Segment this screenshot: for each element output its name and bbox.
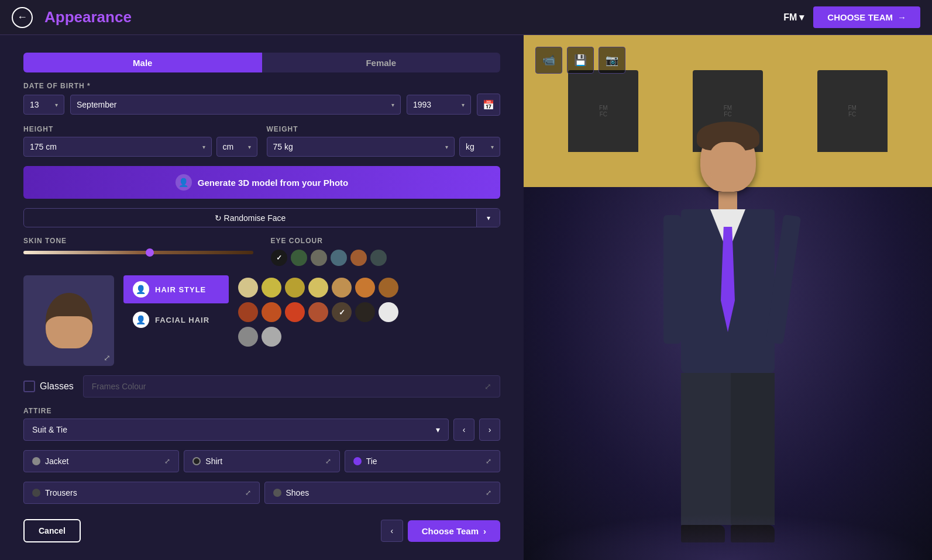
- face-preview: [46, 316, 92, 348]
- gen3d-icon: 👤: [176, 174, 192, 191]
- hair-row1-swatch-4[interactable]: [332, 278, 352, 298]
- hair-row1-swatch-1[interactable]: [262, 278, 281, 298]
- weight-unit-select[interactable]: kg ▾: [459, 137, 500, 157]
- randomise-row: ↻ Randomise Face ▾: [23, 208, 500, 227]
- height-unit-select[interactable]: cm ▾: [216, 137, 257, 157]
- hair-row1-swatch-3[interactable]: [308, 278, 328, 298]
- hair-preview-figure: [46, 293, 92, 348]
- eye-swatch-5[interactable]: [370, 250, 387, 266]
- facial-hair-option[interactable]: 👤 FACIAL HAIR: [123, 306, 229, 334]
- jacket-label: Jacket: [45, 457, 68, 466]
- trousers-label: Trousers: [45, 488, 77, 497]
- hair-options: 👤 HAIR STYLE 👤 FACIAL HAIR: [123, 275, 229, 366]
- eye-colour-group: EYE COLOUR: [271, 237, 501, 266]
- glasses-checkbox[interactable]: [23, 381, 35, 392]
- trousers-dot: [32, 489, 40, 497]
- bottom-prev-button[interactable]: ‹: [381, 520, 403, 542]
- fm-menu[interactable]: FM ▾: [783, 12, 804, 23]
- hair-row2-swatch-2[interactable]: [285, 302, 305, 322]
- camera-tool-button[interactable]: 📷: [599, 47, 625, 74]
- calendar-button[interactable]: 📅: [477, 94, 500, 116]
- hair-row1-swatch-5[interactable]: [355, 278, 375, 298]
- glasses-label: Glasses: [40, 381, 74, 392]
- weight-value-select[interactable]: 75 kg ▾: [267, 137, 455, 157]
- hair-row2-swatch-4[interactable]: [332, 302, 352, 322]
- hair-row1-swatch-2[interactable]: [285, 278, 305, 298]
- right-panel: 📹 💾 📷 FMFC FMFC FMFC: [524, 35, 932, 560]
- hw-row: HEIGHT 175 cm ▾ cm ▾ WEIGHT 75 kg: [23, 125, 500, 157]
- shoes-item[interactable]: Shoes ⤢: [264, 482, 501, 504]
- tab-female[interactable]: Female: [262, 53, 501, 72]
- jacket-item[interactable]: Jacket ⤢: [23, 450, 179, 472]
- choose-team-button[interactable]: Choose Team ›: [408, 520, 500, 542]
- skin-tone-thumb[interactable]: [146, 248, 154, 257]
- glasses-row: Glasses Frames Colour ⤢: [23, 375, 500, 397]
- hair-row1-swatch-0[interactable]: [238, 278, 258, 298]
- eye-colour-label: EYE COLOUR: [271, 237, 501, 245]
- hair-style-icon: 👤: [133, 281, 149, 298]
- glasses-checkbox-wrap[interactable]: Glasses: [23, 381, 74, 392]
- shirt-label: Shirt: [205, 457, 222, 466]
- hair-row3-swatch-0[interactable]: [238, 327, 258, 347]
- skin-tone-label: SKIN TONE: [23, 237, 253, 245]
- attire-prev-button[interactable]: ‹: [453, 419, 474, 441]
- eye-swatch-4[interactable]: [350, 250, 367, 266]
- hair-preview: ⤢: [23, 275, 114, 366]
- jacket-expand-icon[interactable]: ⤢: [164, 457, 170, 465]
- eye-swatch-2[interactable]: [311, 250, 327, 266]
- shirt-item[interactable]: Shirt ⤢: [184, 450, 339, 472]
- expand-preview-icon[interactable]: ⤢: [104, 353, 111, 362]
- shirt-expand-icon[interactable]: ⤢: [325, 457, 331, 465]
- tab-male[interactable]: Male: [23, 53, 262, 72]
- height-label: HEIGHT: [23, 125, 257, 133]
- hair-style-option[interactable]: 👤 HAIR STYLE: [123, 275, 229, 303]
- shoes-dot: [273, 489, 281, 497]
- weight-selects: 75 kg ▾ kg ▾: [267, 137, 501, 157]
- height-value-select[interactable]: 175 cm ▾: [23, 137, 212, 157]
- skin-tone-slider[interactable]: [23, 251, 253, 254]
- height-selects: 175 cm ▾ cm ▾: [23, 137, 257, 157]
- hair-row2-swatch-3[interactable]: [308, 302, 328, 322]
- dob-section: DATE OF BIRTH * 13 ▾ September ▾ 1993 ▾ …: [23, 82, 500, 116]
- attire-select[interactable]: Suit & Tie ▾: [23, 419, 449, 441]
- hair-row2-swatch-5[interactable]: [355, 302, 375, 322]
- eye-swatch-0[interactable]: [271, 250, 287, 266]
- eye-colour-swatches: [271, 250, 501, 266]
- character-tie: [721, 227, 735, 332]
- main-layout: Male Female DATE OF BIRTH * 13 ▾ Septemb…: [0, 35, 932, 560]
- attire-section: ATTIRE Suit & Tie ▾ ‹ ›: [23, 407, 500, 441]
- choose-team-nav-button[interactable]: CHOOSE TEAM →: [813, 6, 920, 28]
- hair-color-row-1: [238, 278, 500, 298]
- attire-next-button[interactable]: ›: [479, 419, 500, 441]
- hair-row2-swatch-0[interactable]: [238, 302, 258, 322]
- hair-row2-swatch-1[interactable]: [262, 302, 281, 322]
- save-tool-button[interactable]: 💾: [567, 47, 594, 74]
- dob-month-select[interactable]: September ▾: [70, 95, 401, 115]
- bottom-bar: Cancel ‹ Choose Team ›: [23, 513, 500, 542]
- dob-year-select[interactable]: 1993 ▾: [407, 95, 471, 115]
- video-tool-button[interactable]: 📹: [535, 47, 562, 74]
- trousers-item[interactable]: Trousers ⤢: [23, 482, 260, 504]
- navbar: ← Appearance FM ▾ CHOOSE TEAM →: [0, 0, 932, 35]
- hair-colours: [238, 275, 500, 366]
- cancel-button[interactable]: Cancel: [23, 519, 81, 542]
- generate-3d-button[interactable]: 👤 Generate 3D model from your Photo: [23, 166, 500, 199]
- hair-row2-swatch-6[interactable]: [379, 302, 398, 322]
- frames-colour-button: Frames Colour ⤢: [83, 375, 500, 397]
- weight-label: WEIGHT: [267, 125, 501, 133]
- dob-day-select[interactable]: 13 ▾: [23, 95, 64, 115]
- shoes-expand-icon[interactable]: ⤢: [486, 489, 491, 497]
- character-torso: [681, 209, 775, 373]
- back-button[interactable]: ←: [12, 7, 33, 28]
- randomise-face-button[interactable]: ↻ Randomise Face: [24, 209, 476, 227]
- randomise-dropdown[interactable]: ▾: [476, 209, 500, 227]
- eye-swatch-3[interactable]: [331, 250, 347, 266]
- hair-options-col: ⤢: [23, 275, 114, 366]
- trousers-expand-icon[interactable]: ⤢: [245, 489, 251, 497]
- hair-row3-swatch-1[interactable]: [262, 327, 281, 347]
- hair-row1-swatch-6[interactable]: [379, 278, 398, 298]
- tie-expand-icon[interactable]: ⤢: [486, 457, 491, 465]
- eye-swatch-1[interactable]: [291, 250, 307, 266]
- character-leg-left: [681, 373, 725, 525]
- tie-item[interactable]: Tie ⤢: [345, 450, 500, 472]
